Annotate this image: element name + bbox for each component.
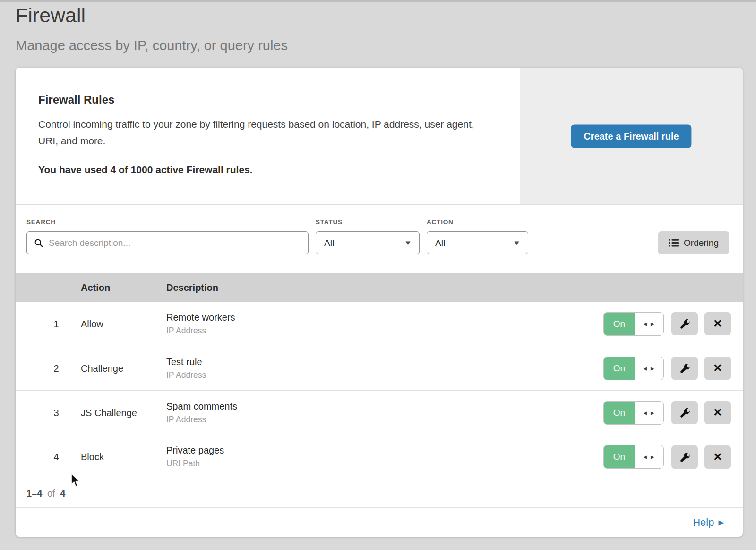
column-header-action: Action — [81, 282, 110, 293]
rule-description: Private pages — [166, 445, 224, 456]
mouse-cursor — [69, 473, 81, 488]
toggle-state-label: On — [604, 445, 635, 468]
section-heading: Firewall Rules — [38, 93, 501, 106]
status-selected-value: All — [324, 238, 334, 248]
status-label: STATUS — [316, 218, 343, 226]
toggle-arrows-icon: ◂ ▸ — [635, 445, 663, 468]
toggle-state-label: On — [604, 313, 635, 335]
rule-match-type: IP Address — [166, 326, 235, 336]
pagination-total: 4 — [60, 488, 65, 498]
close-icon: ✕ — [713, 407, 722, 418]
search-label: SEARCH — [26, 218, 56, 226]
wrench-icon — [679, 407, 691, 419]
close-icon: ✕ — [713, 452, 722, 463]
table-row: 1 Allow Remote workers IP Address On ◂ ▸… — [16, 302, 743, 346]
pagination-row: 1–4 of 4 — [16, 479, 743, 507]
close-icon: ✕ — [713, 318, 722, 329]
search-box — [26, 231, 309, 254]
rule-controls: On ◂ ▸ ✕ — [603, 357, 731, 380]
rule-match-type: IP Address — [166, 370, 206, 380]
toggle-arrows-icon: ◂ ▸ — [635, 313, 663, 335]
rule-controls: On ◂ ▸ ✕ — [603, 401, 731, 425]
intro-section: Firewall Rules Control incoming traffic … — [16, 68, 743, 205]
help-arrow-icon: ▶ — [718, 518, 724, 527]
action-select[interactable]: All ▼ — [427, 231, 528, 254]
delete-rule-button[interactable]: ✕ — [704, 445, 731, 469]
rule-controls: On ◂ ▸ ✕ — [603, 445, 731, 469]
edit-rule-button[interactable] — [671, 312, 698, 335]
section-description: Control incoming traffic to your zone by… — [38, 116, 485, 149]
search-input[interactable] — [49, 238, 301, 248]
pagination-range: 1–4 — [26, 488, 42, 498]
rule-priority: 3 — [47, 407, 66, 418]
rule-description-cell: Remote workers IP Address — [166, 312, 235, 336]
ordering-button-label: Ordering — [684, 238, 719, 248]
help-row: Help ▶ — [16, 507, 743, 537]
ordering-list-icon — [669, 239, 679, 247]
chevron-down-icon: ▼ — [404, 239, 412, 246]
rule-enabled-toggle[interactable]: On ◂ ▸ — [603, 401, 664, 425]
delete-rule-button[interactable]: ✕ — [704, 357, 731, 380]
rule-enabled-toggle[interactable]: On ◂ ▸ — [603, 357, 664, 380]
page-title: Firewall — [16, 4, 86, 27]
table-row: 4 Block Private pages URI Path On ◂ ▸ ✕ — [16, 435, 743, 479]
close-icon: ✕ — [713, 363, 722, 374]
rule-description: Remote workers — [166, 312, 235, 323]
page-subtitle: Manage access by IP, country, or query r… — [16, 38, 288, 53]
rule-description-cell: Private pages URI Path — [166, 445, 224, 469]
intro-text-block: Firewall Rules Control incoming traffic … — [16, 68, 520, 205]
toggle-arrows-icon: ◂ ▸ — [635, 402, 663, 424]
rule-match-type: URI Path — [166, 459, 224, 469]
toggle-state-label: On — [604, 357, 635, 380]
help-link[interactable]: Help ▶ — [693, 516, 724, 529]
wrench-icon — [679, 318, 691, 330]
rule-description: Spam comments — [166, 401, 237, 412]
wrench-icon — [679, 362, 691, 374]
edit-rule-button[interactable] — [671, 357, 698, 380]
help-link-label: Help — [693, 516, 714, 529]
chevron-down-icon: ▼ — [513, 239, 521, 246]
search-icon — [34, 238, 43, 248]
edit-rule-button[interactable] — [671, 445, 698, 469]
table-row: 2 Challenge Test rule IP Address On ◂ ▸ … — [16, 346, 743, 391]
pagination-of: of — [45, 488, 58, 498]
firewall-rules-card: Firewall Rules Control incoming traffic … — [16, 68, 743, 537]
toggle-state-label: On — [604, 402, 635, 424]
usage-note: You have used 4 of 1000 active Firewall … — [38, 164, 501, 175]
table-header: Action Description — [16, 273, 743, 302]
rule-priority: 2 — [47, 363, 66, 374]
create-firewall-rule-button[interactable]: Create a Firewall rule — [571, 124, 691, 148]
rule-action: JS Challenge — [81, 407, 137, 418]
rule-enabled-toggle[interactable]: On ◂ ▸ — [603, 445, 664, 469]
rule-action: Allow — [81, 318, 103, 329]
toggle-arrows-icon: ◂ ▸ — [635, 357, 663, 380]
rule-match-type: IP Address — [166, 415, 237, 425]
create-rule-panel: Create a Firewall rule — [520, 68, 743, 204]
table-row: 3 JS Challenge Spam comments IP Address … — [16, 391, 743, 435]
rule-action: Challenge — [81, 363, 123, 374]
rule-priority: 1 — [47, 318, 66, 329]
rule-enabled-toggle[interactable]: On ◂ ▸ — [603, 312, 664, 336]
wrench-icon — [679, 451, 691, 463]
rule-description-cell: Spam comments IP Address — [166, 401, 237, 425]
filters-bar: SEARCH STATUS All ▼ ACTION All ▼ Orderin… — [16, 205, 743, 273]
rule-description: Test rule — [166, 357, 206, 367]
rule-action: Block — [81, 452, 104, 463]
rule-priority: 4 — [47, 452, 66, 463]
pagination-summary: 1–4 of 4 — [26, 488, 65, 499]
rule-description-cell: Test rule IP Address — [166, 357, 206, 380]
delete-rule-button[interactable]: ✕ — [704, 312, 731, 335]
edit-rule-button[interactable] — [671, 401, 698, 424]
window-top-edge — [0, 0, 756, 2]
ordering-button[interactable]: Ordering — [658, 231, 729, 254]
delete-rule-button[interactable]: ✕ — [704, 401, 731, 424]
column-header-description: Description — [166, 282, 218, 293]
rule-controls: On ◂ ▸ ✕ — [603, 312, 731, 336]
action-selected-value: All — [435, 238, 445, 248]
status-select[interactable]: All ▼ — [316, 231, 420, 254]
action-label: ACTION — [427, 218, 454, 226]
